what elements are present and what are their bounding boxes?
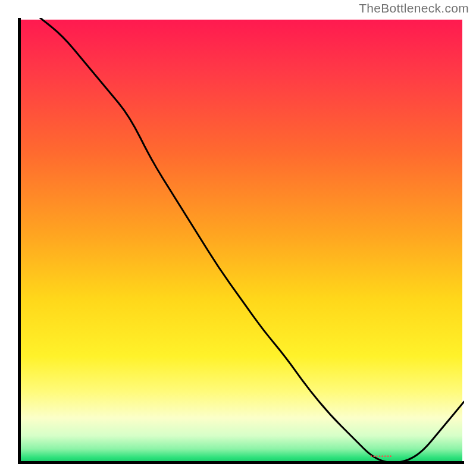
plot-area: •••••••• [18, 18, 464, 464]
bottleneck-curve-path [40, 18, 465, 463]
bottleneck-curve-svg [18, 18, 464, 464]
optimal-zone-marker: •••••••• [371, 453, 393, 459]
chart-container: TheBottleneck.com •••••••• [0, 0, 476, 476]
x-axis [18, 461, 464, 464]
y-axis [18, 18, 21, 464]
watermark-text: TheBottleneck.com [359, 1, 469, 15]
